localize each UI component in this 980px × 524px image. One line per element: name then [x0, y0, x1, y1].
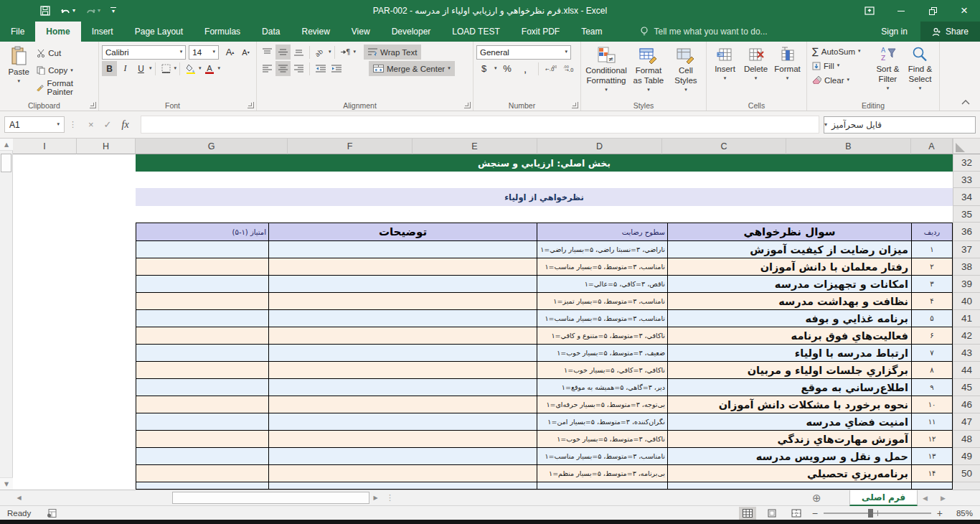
empty-cells[interactable]	[13, 465, 136, 482]
empty-cells[interactable]	[13, 293, 136, 310]
clear-dropdown-icon[interactable]: ▾	[847, 78, 849, 83]
empty-cells[interactable]	[13, 310, 136, 327]
fill-color-dropdown-icon[interactable]: ▾	[199, 66, 202, 71]
sort-filter-dropdown-icon[interactable]: ▾	[887, 86, 890, 91]
accounting-dropdown-icon[interactable]: ▾	[494, 66, 497, 71]
row-index-cell[interactable]: ۴	[911, 293, 953, 310]
question-cell[interactable]: برنامه‌ريزي تحصيلي	[667, 465, 911, 482]
empty-cells[interactable]	[13, 154, 136, 172]
blank-row[interactable]	[13, 172, 953, 188]
column-header-H[interactable]: H	[77, 139, 136, 154]
header-radif-cell[interactable]: رديف	[911, 223, 953, 241]
format-cells-button[interactable]: Format ▾	[771, 44, 804, 99]
font-family-combo[interactable]: Calibri ▾	[102, 45, 186, 60]
empty-cells[interactable]	[13, 276, 136, 293]
empty-cells[interactable]	[13, 223, 136, 241]
comma-style-button[interactable]: ,	[518, 61, 533, 76]
share-button[interactable]: Share	[920, 22, 980, 42]
insert-function-button[interactable]: fx	[122, 119, 129, 131]
question-cell[interactable]: اطلاع‌رساني به موقع	[667, 379, 911, 396]
score-cell[interactable]	[136, 396, 268, 413]
row-index-cell[interactable]: ۸	[911, 362, 953, 379]
notes-cell[interactable]	[268, 379, 537, 396]
question-cell[interactable]: فعاليت‌هاي فوق برنامه	[667, 327, 911, 345]
sheet-tab-active[interactable]: فرم اصلی	[849, 490, 918, 506]
empty-cells[interactable]	[13, 379, 136, 396]
clear-button[interactable]: Clear ▾	[810, 73, 872, 87]
format-dropdown-icon[interactable]: ▾	[786, 76, 789, 81]
notes-cell[interactable]	[268, 362, 537, 379]
empty-cells[interactable]	[13, 188, 136, 206]
row-index-cell[interactable]: ۶	[911, 327, 953, 345]
cell-styles-dropdown-icon[interactable]: ▾	[684, 88, 687, 93]
tab-insert[interactable]: Insert	[81, 22, 124, 42]
sort-filter-button[interactable]: AZ Sort & Filter ▾	[872, 44, 904, 99]
text-direction-button[interactable]: ¶	[338, 45, 353, 60]
cell-styles-button[interactable]: Cell Styles ▾	[669, 44, 703, 99]
addin-file-combo[interactable]: فایل سحرآمیز ▾	[824, 116, 976, 134]
question-cell[interactable]: آموزش مهارت‌هاي زندگي	[667, 431, 911, 448]
fill-button[interactable]: Fill ▾	[810, 59, 872, 72]
align-bottom-button[interactable]	[291, 45, 306, 60]
header-notes-cell[interactable]: توضيحات	[268, 223, 537, 241]
levels-cell[interactable]	[537, 482, 667, 490]
subsection-title-cell[interactable]: نظرخواهي از اولياء	[136, 188, 953, 206]
tab-review[interactable]: Review	[291, 22, 340, 42]
score-cell[interactable]	[136, 413, 268, 431]
blank-row[interactable]	[13, 206, 953, 223]
conditional-formatting-button[interactable]: ≠ Conditional Formatting ▾	[584, 44, 628, 99]
column-header-D[interactable]: D	[537, 139, 662, 154]
score-cell[interactable]	[136, 258, 268, 276]
scroll-down-button[interactable]: ▼	[0, 477, 13, 490]
row-header-48[interactable]: 48	[953, 431, 980, 448]
tab-home[interactable]: Home	[35, 22, 80, 42]
empty-cells[interactable]	[13, 345, 136, 362]
increase-decimal-button[interactable]: ←.000	[544, 61, 559, 76]
column-header-B[interactable]: B	[786, 139, 911, 154]
row-index-cell[interactable]: ۱۴	[911, 465, 953, 482]
orientation-button[interactable]: ab	[313, 45, 328, 60]
row-header-33[interactable]: 33	[953, 172, 980, 188]
empty-cells[interactable]	[13, 431, 136, 448]
notes-cell[interactable]	[268, 448, 537, 465]
insert-dropdown-icon[interactable]: ▾	[724, 76, 727, 81]
horizontal-scroll-thumb[interactable]	[172, 492, 369, 504]
number-dialog-launcher[interactable]	[572, 102, 578, 108]
question-cell[interactable]: امنيت فضاي مدرسه	[667, 413, 911, 431]
question-cell[interactable]: ميزان رضايت از كيفيت آموزش	[667, 241, 911, 258]
close-button[interactable]: ×	[948, 0, 980, 22]
undo-dropdown-icon[interactable]: ▾	[72, 8, 75, 14]
levels-cell[interactable]: ۱=ضعيف، ۳=متوسط، ۵=بسيار خوب	[537, 345, 667, 362]
column-header-F[interactable]: F	[288, 139, 413, 154]
row-index-cell[interactable]: ۲	[911, 258, 953, 276]
empty-cells[interactable]	[13, 482, 136, 490]
column-header-C[interactable]: C	[662, 139, 786, 154]
notes-cell[interactable]	[268, 327, 537, 345]
section-title-cell[interactable]: بخش اصلي: ارزيابي و سنجش	[136, 154, 953, 172]
row-header-46[interactable]: 46	[953, 396, 980, 413]
bold-button[interactable]: B	[102, 61, 117, 76]
normal-view-button[interactable]	[739, 507, 756, 520]
page-break-view-button[interactable]	[788, 507, 805, 520]
previous-sheet-button[interactable]: ◀	[923, 495, 928, 502]
row-index-cell[interactable]: ۱	[911, 241, 953, 258]
formula-input[interactable]	[141, 116, 819, 134]
redo-dropdown-icon[interactable]: ▾	[98, 8, 100, 14]
column-header-E[interactable]: E	[413, 139, 537, 154]
shrink-font-button[interactable]: A▾	[238, 45, 253, 60]
alignment-dialog-launcher[interactable]	[464, 102, 471, 108]
italic-button[interactable]: I	[118, 61, 133, 76]
align-right-button[interactable]	[291, 61, 306, 76]
column-header-G[interactable]: G	[136, 139, 288, 154]
percent-style-button[interactable]: %	[500, 61, 515, 76]
question-cell[interactable]: ارتباط مدرسه با اولياء	[667, 345, 911, 362]
row-index-cell[interactable]: ۳	[911, 276, 953, 293]
row-header-43[interactable]: 43	[953, 345, 980, 362]
ribbon-display-options-button[interactable]	[854, 0, 885, 22]
question-cell[interactable]: حمل و نقل و سرويس مدرسه	[667, 448, 911, 465]
scroll-left-button[interactable]: ◀	[13, 490, 25, 505]
notes-cell[interactable]	[268, 465, 537, 482]
notes-cell[interactable]	[268, 241, 537, 258]
merge-center-dropdown-icon[interactable]: ▾	[448, 66, 451, 71]
clipboard-dialog-launcher[interactable]	[90, 102, 96, 108]
